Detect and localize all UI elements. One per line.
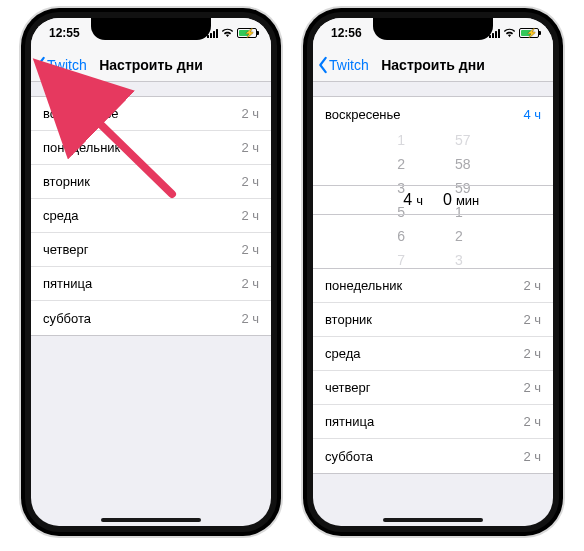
chevron-left-icon bbox=[35, 56, 47, 74]
day-name: понедельник bbox=[325, 278, 402, 293]
annotation-arrow bbox=[72, 104, 182, 218]
day-name: вторник bbox=[325, 312, 372, 327]
day-row[interactable]: понедельник2 ч bbox=[313, 269, 553, 303]
day-name: суббота bbox=[325, 449, 373, 464]
day-name: суббота bbox=[43, 311, 91, 326]
battery-icon: ⚡ bbox=[519, 28, 539, 38]
day-name: среда bbox=[325, 346, 361, 361]
day-value: 2 ч bbox=[523, 312, 541, 327]
day-value: 2 ч bbox=[523, 449, 541, 464]
day-value: 2 ч bbox=[523, 278, 541, 293]
day-value: 2 ч bbox=[241, 208, 259, 223]
picker-selection: 4ч 0мин bbox=[313, 185, 553, 215]
day-row[interactable]: суббота2 ч bbox=[313, 439, 553, 473]
days-list: понедельник2 ч вторник2 ч среда2 ч четве… bbox=[313, 269, 553, 474]
day-row[interactable]: среда2 ч bbox=[313, 337, 553, 371]
day-row[interactable]: четверг2 ч bbox=[313, 371, 553, 405]
home-indicator[interactable] bbox=[101, 518, 201, 522]
day-row[interactable]: пятница2 ч bbox=[313, 405, 553, 439]
notch bbox=[373, 18, 493, 40]
day-name: четверг bbox=[43, 242, 89, 257]
day-value: 2 ч bbox=[241, 106, 259, 121]
day-value: 2 ч bbox=[241, 311, 259, 326]
day-value: 2 ч bbox=[241, 140, 259, 155]
back-button[interactable]: Twitch bbox=[317, 56, 369, 74]
day-row[interactable]: вторник2 ч bbox=[313, 303, 553, 337]
wifi-icon bbox=[503, 28, 516, 38]
expanded-row-group: воскресенье4 ч bbox=[313, 96, 553, 131]
back-button[interactable]: Twitch bbox=[35, 56, 87, 74]
day-value: 2 ч bbox=[523, 414, 541, 429]
phone-left: 12:55 ⚡ Twitch Настроить дни воскресенье… bbox=[21, 8, 281, 536]
page-title: Настроить дни bbox=[381, 57, 485, 73]
wifi-icon bbox=[221, 28, 234, 38]
day-name: пятница bbox=[325, 414, 374, 429]
day-value: 2 ч bbox=[241, 174, 259, 189]
day-name: пятница bbox=[43, 276, 92, 291]
day-value: 2 ч bbox=[241, 242, 259, 257]
nav-bar: Twitch Настроить дни bbox=[31, 48, 271, 82]
back-label: Twitch bbox=[47, 57, 87, 73]
time-picker[interactable]: 1 2 3 5 6 7 57 58 59 1 2 3 4ч 0мин bbox=[313, 131, 553, 269]
day-value: 2 ч bbox=[523, 346, 541, 361]
day-name: четверг bbox=[325, 380, 371, 395]
day-value: 4 ч bbox=[523, 107, 541, 122]
page-title: Настроить дни bbox=[99, 57, 203, 73]
svg-line-0 bbox=[90, 114, 172, 194]
day-row[interactable]: четверг2 ч bbox=[31, 233, 271, 267]
day-value: 2 ч bbox=[523, 380, 541, 395]
day-value: 2 ч bbox=[241, 276, 259, 291]
home-indicator[interactable] bbox=[383, 518, 483, 522]
notch bbox=[91, 18, 211, 40]
nav-bar: Twitch Настроить дни bbox=[313, 48, 553, 82]
battery-icon: ⚡ bbox=[237, 28, 257, 38]
day-row[interactable]: пятница2 ч bbox=[31, 267, 271, 301]
day-row[interactable]: суббота2 ч bbox=[31, 301, 271, 335]
day-name: воскресенье bbox=[325, 107, 401, 122]
back-label: Twitch bbox=[329, 57, 369, 73]
chevron-left-icon bbox=[317, 56, 329, 74]
phone-right: 12:56 ⚡ Twitch Настроить дни воскресенье… bbox=[303, 8, 563, 536]
day-row-expanded[interactable]: воскресенье4 ч bbox=[313, 97, 553, 131]
